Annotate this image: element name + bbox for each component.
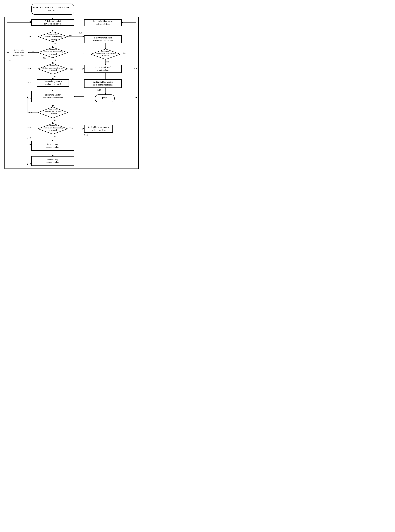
node-350-word: the highlighted word is taken as the inp… xyxy=(84,79,122,88)
label-320: 320 xyxy=(27,35,31,38)
yes-label-346: Yes xyxy=(70,127,72,130)
label-322: 322 xyxy=(80,52,84,55)
node-230: the matching service module xyxy=(31,141,74,151)
yes-label-320: Yes xyxy=(69,34,72,37)
node-342: the matching service module is initiated xyxy=(37,79,69,87)
diamond-340: determined whether a confirmation key is… xyxy=(38,63,68,75)
node-349: the highlight bar moves or the page flip… xyxy=(84,125,113,133)
label-310: 310 xyxy=(27,20,31,23)
flowchart-diagram: INTELLIGENT DICTIONARY INPUT METHOD A di… xyxy=(0,0,143,193)
diamond-346: determined whether any direction key is … xyxy=(38,123,68,134)
yes-label-344: Yes xyxy=(29,111,32,114)
node-326: enters a confirmed selection item xyxy=(84,65,122,73)
yes-label-322: Yes xyxy=(123,52,126,54)
node-310: A dictionary initial key word list scree… xyxy=(31,19,74,26)
diamond-322: determined whether any direction key is … xyxy=(90,49,121,60)
label-230: 230 xyxy=(27,143,31,146)
diamond-320: determining whether a variation key is p… xyxy=(38,31,68,42)
label-326: 326 xyxy=(134,67,137,70)
svg-rect-32 xyxy=(5,19,6,21)
no-label-340: No xyxy=(54,75,56,78)
no-label-344: No xyxy=(54,119,56,122)
label-330: 330 xyxy=(43,56,46,59)
diamond-330: determined whether any direction key is … xyxy=(38,47,68,58)
node-332: the highlight bar moves or the page flip… xyxy=(9,47,28,58)
node-344: displaying a letter combination list scr… xyxy=(31,91,74,102)
label-348: 348 xyxy=(27,136,31,139)
label-342: 342 xyxy=(27,81,31,84)
yes-label-340: Yes xyxy=(70,68,72,70)
label-328: 328 xyxy=(79,31,82,34)
label-332: 332 xyxy=(9,59,12,62)
label-349: 349 xyxy=(84,134,88,136)
node-highlight-top: the highlight bar moves or the page flip… xyxy=(84,19,122,26)
label-240: 240 xyxy=(27,162,31,165)
no-label-346: No xyxy=(54,135,56,138)
no-label-320: No xyxy=(54,42,56,45)
yes-label-330: Yes xyxy=(32,51,35,53)
node-322-right: a key word variation list screen is disp… xyxy=(84,35,122,43)
title-box: INTELLIGENT DICTIONARY INPUT METHOD xyxy=(31,4,74,15)
label-340: 340 xyxy=(27,67,31,70)
label-350: 350 xyxy=(97,89,101,91)
no-label-330: No xyxy=(54,59,56,61)
end-box: END xyxy=(95,94,115,102)
diamond-344: determining whether the OK key is presse… xyxy=(38,107,68,118)
label-344: 344 xyxy=(27,97,31,100)
node-240: the searching service module xyxy=(31,156,74,166)
label-346: 346 xyxy=(27,126,31,129)
no-label-322: No xyxy=(106,60,109,63)
